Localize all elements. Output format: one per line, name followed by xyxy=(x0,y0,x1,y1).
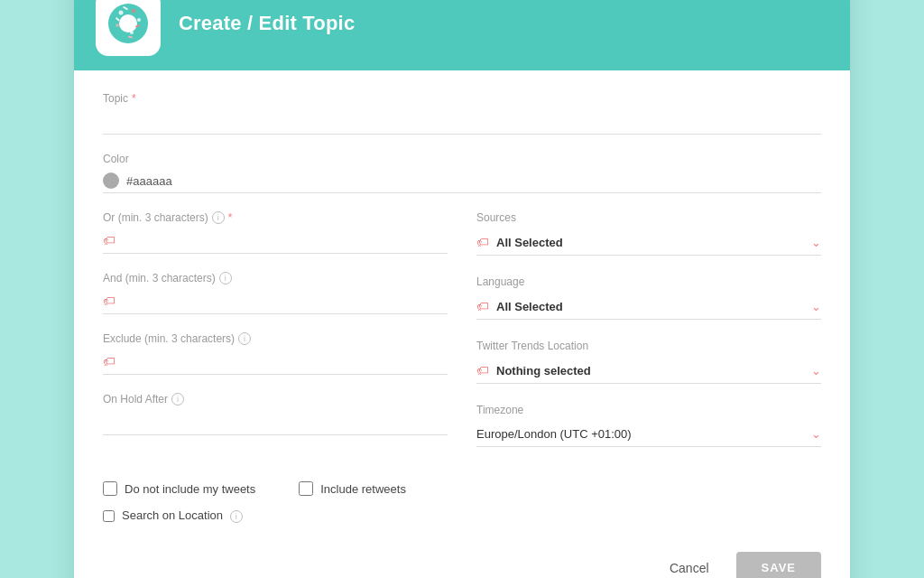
donut-logo-icon xyxy=(103,0,153,49)
twitter-trends-tag-icon: 🏷 xyxy=(476,363,489,378)
on-hold-field-group: On Hold After i xyxy=(103,393,448,435)
logo-box xyxy=(96,0,161,56)
exclude-info-icon[interactable]: i xyxy=(238,332,251,345)
and-input-wrapper: 🏷 xyxy=(103,288,448,314)
do-not-include-checkbox-item: Do not include my tweets xyxy=(103,481,255,496)
svg-point-4 xyxy=(137,18,141,22)
color-label: Color xyxy=(103,153,821,165)
timezone-chevron-icon: ⌄ xyxy=(811,427,821,441)
sources-value: All Selected xyxy=(496,236,811,249)
svg-point-3 xyxy=(132,9,135,13)
language-dropdown[interactable]: 🏷 All Selected ⌄ xyxy=(476,294,821,320)
color-field-group: Color #aaaaaa xyxy=(103,153,821,193)
modal-title: Create / Edit Topic xyxy=(179,12,355,35)
cancel-button[interactable]: Cancel xyxy=(657,554,722,579)
timezone-dropdown-group: Timezone Europe/London (UTC +01:00) ⌄ xyxy=(476,404,821,447)
exclude-input[interactable] xyxy=(121,355,448,368)
or-tag-icon: 🏷 xyxy=(103,233,116,247)
modal-body: Topic * Color #aaaaaa Or (min. 3 charact… xyxy=(74,70,850,541)
exclude-label: Exclude (min. 3 characters) i xyxy=(103,332,448,345)
exclude-tag-icon: 🏷 xyxy=(103,354,116,368)
include-retweets-checkbox-item: Include retweets xyxy=(299,481,406,496)
modal-header: Create / Edit Topic xyxy=(74,0,850,70)
on-hold-label: On Hold After i xyxy=(103,393,448,406)
and-input[interactable] xyxy=(121,294,448,308)
sources-tag-icon: 🏷 xyxy=(476,235,489,249)
topic-field-group: Topic * xyxy=(103,92,821,135)
exclude-input-wrapper: 🏷 xyxy=(103,349,448,375)
or-required: * xyxy=(228,211,233,224)
color-swatch xyxy=(103,172,119,189)
on-hold-input[interactable] xyxy=(103,409,448,435)
topic-label: Topic * xyxy=(103,92,821,105)
or-label: Or (min. 3 characters) i * xyxy=(103,211,448,224)
timezone-value: Europe/London (UTC +01:00) xyxy=(476,427,811,441)
do-not-include-checkbox[interactable] xyxy=(103,481,117,496)
or-field-group: Or (min. 3 characters) i * 🏷 xyxy=(103,211,448,254)
and-tag-icon: 🏷 xyxy=(103,294,116,308)
language-tag-icon: 🏷 xyxy=(476,299,489,313)
language-chevron-icon: ⌄ xyxy=(811,300,821,313)
and-field-group: And (min. 3 characters) i 🏷 xyxy=(103,272,448,314)
form-columns: Or (min. 3 characters) i * 🏷 And (min. 3… xyxy=(103,211,821,467)
sources-dropdown-group: Sources 🏷 All Selected ⌄ xyxy=(476,211,821,256)
left-column: Or (min. 3 characters) i * 🏷 And (min. 3… xyxy=(103,211,448,467)
modal-footer: Cancel SAVE xyxy=(74,541,850,578)
color-value: #aaaaaa xyxy=(126,174,172,188)
sources-chevron-icon: ⌄ xyxy=(811,236,821,249)
or-info-icon[interactable]: i xyxy=(212,211,225,224)
timezone-dropdown[interactable]: Europe/London (UTC +01:00) ⌄ xyxy=(476,422,821,447)
search-location-row: Search on Location i xyxy=(103,508,821,523)
topic-input[interactable] xyxy=(103,108,821,135)
required-indicator: * xyxy=(132,92,136,105)
on-hold-info-icon[interactable]: i xyxy=(171,393,184,406)
color-row[interactable]: #aaaaaa xyxy=(103,169,821,193)
search-location-info-icon[interactable]: i xyxy=(230,510,243,523)
and-info-icon[interactable]: i xyxy=(219,272,232,284)
exclude-field-group: Exclude (min. 3 characters) i 🏷 xyxy=(103,332,448,375)
svg-point-2 xyxy=(119,11,124,15)
and-label: And (min. 3 characters) i xyxy=(103,272,448,284)
svg-point-1 xyxy=(119,14,137,33)
twitter-trends-dropdown[interactable]: 🏷 Nothing selected ⌄ xyxy=(476,358,821,384)
language-dropdown-group: Language 🏷 All Selected ⌄ xyxy=(476,275,821,320)
search-location-label[interactable]: Search on Location i xyxy=(122,508,243,523)
or-input[interactable] xyxy=(121,234,448,247)
do-not-include-label[interactable]: Do not include my tweets xyxy=(125,482,255,496)
include-retweets-checkbox[interactable] xyxy=(299,481,313,496)
right-column: Sources 🏷 All Selected ⌄ Language 🏷 All … xyxy=(476,211,821,467)
twitter-trends-dropdown-group: Twitter Trends Location 🏷 Nothing select… xyxy=(476,340,821,384)
svg-point-5 xyxy=(116,23,119,27)
or-input-wrapper: 🏷 xyxy=(103,228,448,254)
svg-point-6 xyxy=(130,31,134,34)
sources-label: Sources xyxy=(476,211,821,224)
save-button[interactable]: SAVE xyxy=(736,552,821,578)
twitter-trends-value: Nothing selected xyxy=(496,364,811,378)
twitter-trends-chevron-icon: ⌄ xyxy=(811,364,821,378)
language-value: All Selected xyxy=(496,300,811,313)
search-location-checkbox[interactable] xyxy=(103,510,115,522)
twitter-trends-label: Twitter Trends Location xyxy=(476,340,821,352)
timezone-label: Timezone xyxy=(476,404,821,416)
checkboxes-row: Do not include my tweets Include retweet… xyxy=(103,474,821,496)
language-label: Language xyxy=(476,275,821,288)
include-retweets-label[interactable]: Include retweets xyxy=(320,482,406,496)
sources-dropdown[interactable]: 🏷 All Selected ⌄ xyxy=(476,229,821,256)
modal-container: Create / Edit Topic Topic * Color #aaaaa… xyxy=(74,0,850,578)
